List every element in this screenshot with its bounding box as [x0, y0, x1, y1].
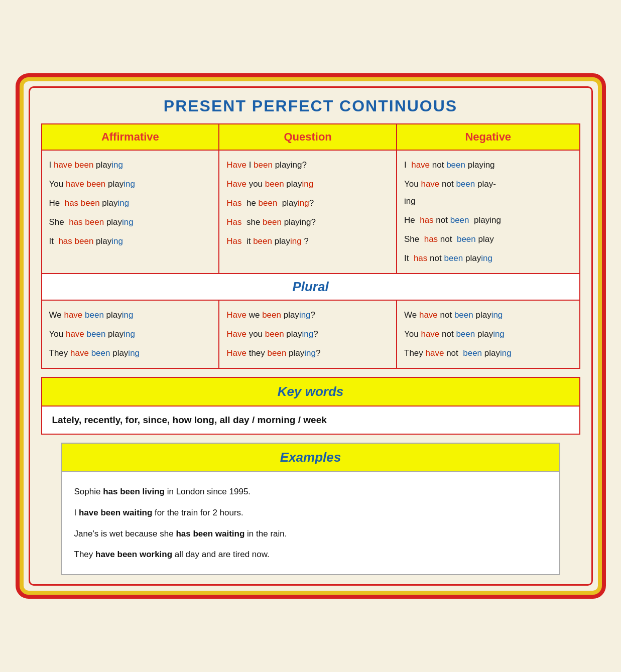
question-plural-cell: Have we been playing? Have you been play…: [219, 300, 397, 368]
neg-p2: You have not been playing: [404, 325, 572, 344]
header-question: Question: [219, 124, 397, 150]
example-3: Jane’s is wet because she has been waiti…: [74, 523, 547, 545]
negative-plural-content: We have not been playing You have not be…: [404, 306, 572, 363]
q-p2: Have you been playing?: [226, 325, 389, 344]
plural-header-row: Plural: [42, 274, 580, 300]
example-1: Sophie has been living in London since 1…: [74, 481, 547, 502]
q-s3: Has he been playing?: [226, 194, 389, 213]
neg-s1: I have not been playing: [404, 156, 572, 175]
question-singular-cell: Have I been playing? Have you been playi…: [219, 150, 397, 274]
keywords-body: Lately, recently, for, since, how long, …: [42, 407, 579, 434]
neg-p1: We have not been playing: [404, 306, 572, 325]
examples-header: Examples: [62, 444, 559, 472]
plural-header-cell: Plural: [42, 274, 580, 300]
affirmative-singular-cell: I have been playing You have been playin…: [42, 150, 219, 274]
header-negative: Negative: [397, 124, 580, 150]
aff-s4: She has been playing: [49, 213, 212, 232]
q-p3: Have they been playing?: [226, 344, 389, 363]
q-s4: Has she been playing?: [226, 213, 389, 232]
aff-p2: You have been playing: [49, 325, 212, 344]
aff-s1: I have been playing: [49, 156, 212, 175]
plural-label: Plural: [47, 279, 574, 295]
outer-border: PRESENT PERFECT CONTINUOUS Affirmative Q…: [20, 77, 602, 595]
plural-row: We have been playing You have been playi…: [42, 300, 580, 368]
inner-container: PRESENT PERFECT CONTINUOUS Affirmative Q…: [29, 86, 593, 586]
aff-s2: You have been playing: [49, 175, 212, 194]
neg-s2: You have not been play-ing: [404, 175, 572, 211]
affirmative-plural-content: We have been playing You have been playi…: [49, 306, 212, 363]
q-p1: Have we been playing?: [226, 306, 389, 325]
examples-section: Examples Sophie has been living in Londo…: [61, 443, 560, 575]
negative-plural-cell: We have not been playing You have not be…: [397, 300, 580, 368]
question-plural-content: Have we been playing? Have you been play…: [226, 306, 389, 363]
example-4: They have been working all day and are t…: [74, 544, 547, 565]
keywords-section: Key words Lately, recently, for, since, …: [41, 377, 580, 435]
q-s5: Has it been playing ?: [226, 232, 389, 251]
question-singular-content: Have I been playing? Have you been playi…: [226, 156, 389, 251]
singular-row: I have been playing You have been playin…: [42, 150, 580, 274]
affirmative-singular-content: I have been playing You have been playin…: [49, 156, 212, 251]
neg-s5: It has not been playing: [404, 249, 572, 268]
neg-s4: She has not been play: [404, 230, 572, 249]
affirmative-plural-cell: We have been playing You have been playi…: [42, 300, 219, 368]
examples-body: Sophie has been living in London since 1…: [62, 472, 559, 574]
header-affirmative: Affirmative: [42, 124, 219, 150]
neg-p3: They have not been playing: [404, 344, 572, 363]
q-s2: Have you been playing: [226, 175, 389, 194]
page-title: PRESENT PERFECT CONTINUOUS: [41, 97, 580, 115]
example-2: I have been waiting for the train for 2 …: [74, 502, 547, 523]
negative-singular-content: I have not been playing You have not bee…: [404, 156, 572, 268]
keywords-header: Key words: [42, 378, 579, 407]
aff-p3: They have been playing: [49, 344, 212, 363]
aff-s5: It has been playing: [49, 232, 212, 251]
q-s1: Have I been playing?: [226, 156, 389, 175]
neg-s3: He has not been playing: [404, 211, 572, 230]
grammar-table: Affirmative Question Negative I have bee…: [41, 123, 580, 369]
aff-s3: He has been playing: [49, 194, 212, 213]
aff-p1: We have been playing: [49, 306, 212, 325]
negative-singular-cell: I have not been playing You have not bee…: [397, 150, 580, 274]
